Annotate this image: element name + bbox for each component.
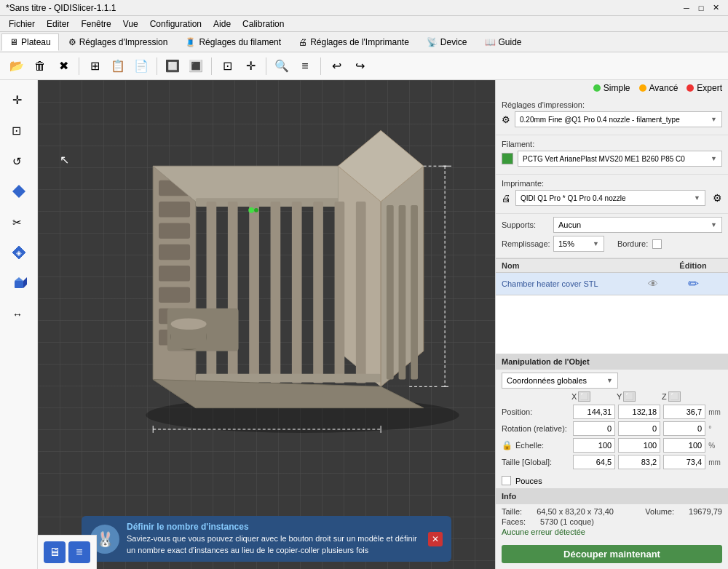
menu-calibration[interactable]: Calibration <box>237 17 290 31</box>
pouces-checkbox[interactable] <box>502 476 511 485</box>
notification-body: Saviez-vous que vous pouvez cliquer avec… <box>127 533 421 556</box>
filament-section: Filament: PCTG Vert ArianePlast MVS20 ME… <box>496 135 728 175</box>
viewport-icon-2[interactable]: ≡ <box>68 541 90 563</box>
fit-button[interactable]: ⊡ <box>216 55 238 77</box>
tab-device[interactable]: 📡 Device <box>419 33 475 51</box>
orient-button[interactable]: 🔲 <box>162 55 183 77</box>
position-z-input[interactable] <box>663 405 705 419</box>
move-tool[interactable]: ✛ <box>5 86 33 114</box>
rotate-tool[interactable]: ↺ <box>5 147 33 175</box>
print-settings-select[interactable]: 0.20mm Fine @Q1 Pro 0.4 nozzle - filamen… <box>515 111 722 127</box>
minimize-button[interactable]: ─ <box>680 1 693 15</box>
menu-aide[interactable]: Aide <box>207 17 237 31</box>
info-volume-value: 19679,79 <box>689 507 722 516</box>
copy-button[interactable]: 📋 <box>107 55 129 77</box>
close-button[interactable]: ✕ <box>709 1 722 15</box>
lock-icon[interactable]: 🔒 <box>502 440 513 450</box>
svg-rect-31 <box>356 202 366 383</box>
scale-y-input[interactable] <box>618 438 660 453</box>
svg-text:✛: ✛ <box>12 94 22 106</box>
cube-tool[interactable] <box>5 269 33 297</box>
maximize-button[interactable]: □ <box>695 1 708 15</box>
redo-button[interactable]: ↪ <box>349 55 371 77</box>
x-header: X ⬜ <box>571 391 614 402</box>
tab-plateau[interactable]: 🖥 Plateau <box>1 33 59 51</box>
decoupe-button[interactable]: Découper maintenant <box>502 545 722 563</box>
diamond-tool[interactable] <box>5 178 33 205</box>
tab-guide-label: Guide <box>499 37 522 47</box>
info-content: Taille: 64,50 x 83,20 x 73,40 Volume: 19… <box>496 504 728 539</box>
tab-reglages-filament[interactable]: 🧵 Réglages du filament <box>177 33 289 51</box>
paste-button[interactable]: 📄 <box>130 55 152 77</box>
rotation-y-input[interactable] <box>618 421 660 436</box>
menu-editer[interactable]: Editer <box>41 17 75 31</box>
coord-system-select[interactable]: Coordonnées globales ▼ <box>502 373 618 389</box>
table-empty-area <box>496 295 728 354</box>
scale-z-input[interactable] <box>663 438 705 453</box>
delete-button[interactable]: 🗑 <box>29 55 51 77</box>
plateau-icon: 🖥 <box>9 37 18 47</box>
svg-text:↺: ↺ <box>12 155 22 167</box>
menu-vue[interactable]: Vue <box>117 17 144 31</box>
tab-reglages-imprimante[interactable]: 🖨 Réglages de l'Imprimante <box>290 33 417 51</box>
status-simple-dot <box>593 84 601 92</box>
printer-arrow: ▼ <box>694 194 700 202</box>
list-button[interactable]: ≡ <box>294 55 316 77</box>
printer-select[interactable]: QIDI Q1 Pro * Q1 Pro 0.4 nozzle ▼ <box>515 190 705 206</box>
print-settings-section: Réglages d'impression: ⚙ 0.20mm Fine @Q1… <box>496 96 728 135</box>
menu-configuration[interactable]: Configuration <box>144 17 207 31</box>
remplissage-select[interactable]: 15% ▼ <box>553 236 604 252</box>
zoom-tool[interactable]: ⊡ <box>5 116 33 144</box>
arrange-button[interactable]: 🔳 <box>185 55 207 77</box>
svg-marker-9 <box>23 277 27 288</box>
viewport-icon-1[interactable]: 🖥 <box>44 541 66 563</box>
tab-guide[interactable]: 📖 Guide <box>477 33 530 51</box>
rotation-unit: ° <box>708 425 722 433</box>
supports-select[interactable]: Aucun ▼ <box>553 217 722 233</box>
menu-fenetre[interactable]: Fenêtre <box>75 17 116 31</box>
viewport[interactable]: ↖ 🐰 Définir le nombre d'instances Saviez… <box>38 80 495 569</box>
y-header: Y ⬜ <box>617 391 659 402</box>
grid-button[interactable]: ⊞ <box>84 55 106 77</box>
tab-reglages-impression[interactable]: ⚙ Réglages d'Impression <box>60 33 176 51</box>
svg-text:↔: ↔ <box>12 309 23 320</box>
svg-rect-26 <box>249 202 259 383</box>
print-settings-value: 0.20mm Fine @Q1 Pro 0.4 nozzle - filamen… <box>520 116 711 124</box>
notification-close[interactable]: ✕ <box>428 532 443 546</box>
rotation-x-input[interactable] <box>573 421 615 436</box>
size-x-input[interactable] <box>573 455 615 469</box>
cut-tool[interactable]: ✂ <box>5 208 33 236</box>
notification-content: Définir le nombre d'instances Saviez-vou… <box>127 522 421 556</box>
visibility-icon[interactable]: 👁 <box>648 278 658 290</box>
supports-value: Aucun <box>558 220 581 229</box>
3d-model <box>96 109 480 465</box>
rotation-z-input[interactable] <box>663 421 705 436</box>
tab-filament-label: Réglages du filament <box>199 37 281 47</box>
svg-text:⊡: ⊡ <box>12 124 21 137</box>
edit-icon[interactable]: ✏ <box>688 276 699 292</box>
size-z-input[interactable] <box>663 455 705 469</box>
scale-tool[interactable]: ↔ <box>5 300 33 327</box>
size-row: Taille [Global]: mm <box>502 455 722 469</box>
position-x-input[interactable] <box>573 405 615 419</box>
filament-label: Filament: <box>502 140 722 148</box>
status-expert-label: Expert <box>697 83 722 93</box>
printer-settings-icon[interactable]: ⚙ <box>713 192 722 204</box>
clear-button[interactable]: ✖ <box>52 55 74 77</box>
align-button[interactable]: ✛ <box>240 55 261 77</box>
search-button[interactable]: 🔍 <box>271 55 293 77</box>
undo-button[interactable]: ↩ <box>325 55 347 77</box>
size-y-input[interactable] <box>618 455 660 469</box>
separator-3 <box>211 57 212 75</box>
paint-tool[interactable]: ◈ <box>5 239 33 266</box>
menu-fichier[interactable]: Fichier <box>3 17 41 31</box>
table-header: Nom Édition <box>496 259 728 273</box>
scale-x-input[interactable] <box>573 438 615 453</box>
manipulation-table: Position: mm Rotation (relative): ° 🔒 Éc… <box>496 403 728 473</box>
filament-select[interactable]: PCTG Vert ArianePlast MVS20 ME1 B260 P85… <box>518 151 722 167</box>
open-button[interactable]: 📂 <box>6 55 28 77</box>
svg-rect-24 <box>207 202 217 383</box>
rotation-row: Rotation (relative): ° <box>502 421 722 436</box>
bordure-checkbox[interactable] <box>652 239 662 249</box>
position-y-input[interactable] <box>618 405 660 419</box>
